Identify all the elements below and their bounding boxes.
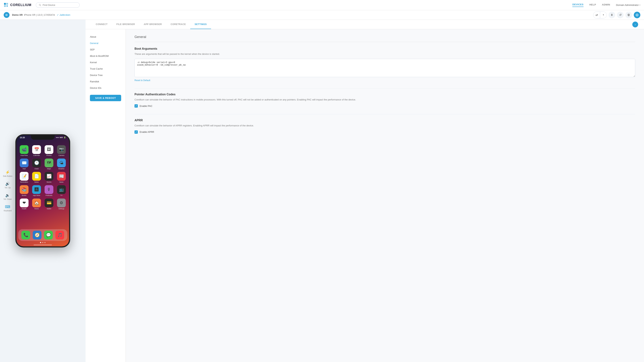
svg-rect-1 (6, 3, 8, 5)
phone-screen[interactable]: 10:20 ●●● WiFi 🔋 📹 FaceTime 📅 Calendar 🖼… (16, 135, 69, 246)
logo: CORELLIUM (4, 2, 32, 8)
app-icon-home[interactable]: 🏠 Home (32, 199, 42, 210)
app-icon-facetime[interactable]: 📹 FaceTime (19, 145, 29, 156)
connect-button-group[interactable]: ⇄ ▾ (593, 11, 607, 18)
app-icon-img: 🕐 (32, 159, 41, 167)
app-icon-img: ❤ (20, 199, 28, 207)
sidebar-item-general[interactable]: General (86, 40, 126, 46)
app-icon-wallet[interactable]: 💳 Wallet (44, 199, 54, 210)
dock-icon-music[interactable]: 🎵 (55, 231, 64, 239)
trash-icon (627, 13, 630, 16)
svg-rect-2 (4, 5, 6, 7)
app-icon-img: 📷 (57, 145, 66, 154)
dock-icon-messages[interactable]: 💬 (44, 231, 53, 239)
app-icon-img: 📈 (44, 172, 53, 181)
app-icon-label: Camera (58, 154, 64, 156)
side-button-label: Side Button (3, 175, 12, 177)
app-icon-calendar[interactable]: 📅 Calendar (32, 145, 42, 156)
search-input[interactable] (43, 4, 76, 6)
app-icon-maps[interactable]: 🗺 Maps (44, 159, 54, 170)
refresh-button[interactable]: ↺ (617, 12, 624, 18)
app-icon-img: 📚 (20, 185, 28, 194)
app-icon-photos[interactable]: 🖼 Photos (44, 145, 54, 156)
tab-next-arrow[interactable]: › (632, 21, 638, 27)
app-icon-app-store[interactable]: 🅰 App Store (32, 185, 42, 196)
keyboard-ctrl[interactable]: ⌨ Keyboard (4, 205, 12, 212)
tab-file-browser[interactable]: FILE BROWSER (112, 20, 140, 29)
keyboard-icon: ⌨ (5, 205, 10, 209)
keyboard-label: Keyboard (4, 210, 12, 212)
app-icon-books[interactable]: 📚 Books (19, 185, 29, 196)
app-icon-settings[interactable]: ⚙ Settings (56, 199, 66, 210)
content-panel: CONNECT FILE BROWSER APP BROWSER CORETRA… (86, 20, 644, 362)
device-name: Demo XR (12, 13, 23, 16)
sidebar-item-device-ids[interactable]: Device IDs (86, 85, 126, 91)
tab-coretrace[interactable]: CORETRACE (166, 20, 190, 29)
aprr-desc: Corellium can simulate the behavior of A… (134, 124, 635, 127)
boot-arguments-input[interactable] (134, 59, 635, 77)
wifi-icon: WiFi (60, 137, 63, 138)
pause-button[interactable]: ⏸ (608, 12, 615, 18)
delete-button[interactable] (625, 12, 632, 18)
app-dock: 📞🧭💬🎵 (18, 229, 67, 241)
reset-to-default-link[interactable]: Reset to Default (134, 79, 150, 82)
app-icon-tv[interactable]: 📺 TV (56, 185, 66, 196)
app-icon-img: 📰 (57, 172, 66, 181)
app-icon-label: Health (22, 208, 26, 210)
vol-up-icon: 🔊 (5, 182, 10, 186)
sidebar-item-sep[interactable]: SEP (86, 46, 126, 53)
home-indicator (34, 245, 52, 245)
tab-app-browser[interactable]: APP BROWSER (140, 20, 166, 29)
nav-devices[interactable]: DEVICES (572, 3, 584, 7)
vol-up-ctrl[interactable]: 🔊 Vol. Up (5, 182, 10, 189)
sidebar-item-device-tree[interactable]: Device Tree (86, 72, 126, 78)
app-icon-stocks[interactable]: 📈 Stocks (44, 172, 54, 183)
svg-line-5 (40, 5, 41, 6)
app-icon-img: 🏠 (32, 199, 41, 207)
app-icon-clock[interactable]: 🕐 Clock (32, 159, 42, 170)
app-icon-camera[interactable]: 📷 Camera (56, 145, 66, 156)
app-icon-label: Mail (23, 168, 26, 170)
page-dot-1 (40, 242, 41, 243)
side-button-ctrl[interactable]: ⚡ Side Button (3, 170, 12, 177)
connect-dropdown-button[interactable]: ▾ (600, 12, 606, 18)
aprr-checkbox-row: Enable APRR (134, 130, 635, 134)
search-bar[interactable] (36, 2, 80, 8)
dock-icon-phone[interactable]: 📞 (22, 231, 30, 239)
save-reboot-button[interactable]: SAVE & REBOOT (90, 95, 121, 101)
signal-icon: ●●● (56, 137, 59, 138)
dock-icon-safari[interactable]: 🧭 (33, 231, 42, 239)
sidebar-item-iboot[interactable]: iBoot & BootROM (86, 53, 126, 59)
nav-admin[interactable]: ADMIN (602, 3, 610, 7)
app-icon-news[interactable]: 📰 News (56, 172, 66, 183)
device-actions: ⇄ ▾ ⏸ ↺ ⏻ (593, 11, 640, 18)
device-info: Demo XR iPhone XR | 13.0 | 17A5547d ✓ Ja… (12, 13, 70, 16)
app-icon-weather[interactable]: 🌤 Weather (56, 159, 66, 170)
app-icon-mail[interactable]: ✉️ Mail (19, 159, 29, 170)
connect-icon-button[interactable]: ⇄ (594, 12, 600, 18)
power-button[interactable]: ⏻ (634, 12, 640, 18)
aprr-checkbox[interactable] (134, 130, 138, 134)
nav-right: DEVICES HELP ADMIN Domain Administrator … (572, 3, 640, 7)
sidebar-item-ramdisk[interactable]: Ramdisk (86, 78, 126, 85)
sidebar-item-trust-cache[interactable]: Trust Cache (86, 65, 126, 72)
sidebar-item-about[interactable]: About (86, 34, 126, 40)
app-icon-label: Maps (47, 168, 51, 170)
app-icon-health[interactable]: ❤ Health (19, 199, 29, 210)
app-icon-label: Podcasts (46, 195, 52, 196)
app-icon-podcasts[interactable]: 🎙 Podcasts (44, 185, 54, 196)
nav-user[interactable]: Domain Administrator ▾ (616, 4, 640, 6)
app-icon-img: ✉️ (20, 159, 28, 167)
vol-down-ctrl[interactable]: 🔉 Vol. Down (4, 193, 12, 200)
settings-content: General Boot Arguments These are argumen… (126, 29, 644, 362)
aprr-title: APRR (134, 119, 635, 122)
nav-help[interactable]: HELP (589, 3, 596, 7)
app-icon-label: Calendar (33, 154, 40, 156)
tab-settings[interactable]: SETTINGS (190, 20, 211, 29)
tab-connect[interactable]: CONNECT (91, 20, 112, 29)
app-icon-notes[interactable]: 📄 Notes (32, 172, 42, 183)
sidebar-item-kernel[interactable]: Kernel (86, 59, 126, 65)
app-icon-reminders[interactable]: 📝 Reminders (19, 172, 29, 183)
vol-up-label: Vol. Up (5, 187, 10, 189)
pac-checkbox[interactable] (134, 104, 138, 108)
